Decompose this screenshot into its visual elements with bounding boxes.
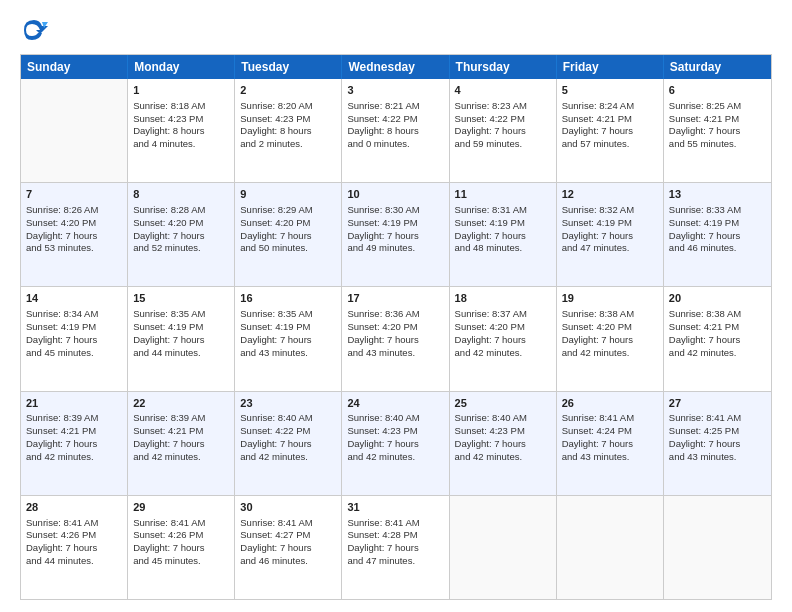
logo-icon (20, 16, 48, 44)
empty-cell-4-5 (557, 496, 664, 599)
day-number: 13 (669, 187, 766, 202)
day-info-line: Sunrise: 8:38 AM (669, 308, 766, 321)
week-row-2: 14Sunrise: 8:34 AMSunset: 4:19 PMDayligh… (21, 287, 771, 391)
day-info-line: Sunset: 4:21 PM (669, 321, 766, 334)
day-info-line: and 42 minutes. (133, 451, 229, 464)
day-number: 8 (133, 187, 229, 202)
day-info-line: Sunrise: 8:39 AM (133, 412, 229, 425)
day-info-line: and 4 minutes. (133, 138, 229, 151)
day-info-line: Daylight: 7 hours (26, 438, 122, 451)
day-number: 2 (240, 83, 336, 98)
day-info-line: Sunrise: 8:38 AM (562, 308, 658, 321)
day-info-line: Sunrise: 8:26 AM (26, 204, 122, 217)
day-info-line: Daylight: 7 hours (133, 230, 229, 243)
day-info-line: Sunset: 4:26 PM (26, 529, 122, 542)
day-info-line: and 44 minutes. (26, 555, 122, 568)
day-info-line: and 47 minutes. (347, 555, 443, 568)
day-info-line: Sunrise: 8:18 AM (133, 100, 229, 113)
day-cell-7: 7Sunrise: 8:26 AMSunset: 4:20 PMDaylight… (21, 183, 128, 286)
day-info-line: Sunrise: 8:35 AM (133, 308, 229, 321)
day-number: 22 (133, 396, 229, 411)
day-info-line: Daylight: 7 hours (26, 542, 122, 555)
day-cell-22: 22Sunrise: 8:39 AMSunset: 4:21 PMDayligh… (128, 392, 235, 495)
day-info-line: and 42 minutes. (26, 451, 122, 464)
day-cell-14: 14Sunrise: 8:34 AMSunset: 4:19 PMDayligh… (21, 287, 128, 390)
day-cell-9: 9Sunrise: 8:29 AMSunset: 4:20 PMDaylight… (235, 183, 342, 286)
day-number: 31 (347, 500, 443, 515)
day-info-line: and 43 minutes. (669, 451, 766, 464)
day-number: 3 (347, 83, 443, 98)
day-info-line: Sunrise: 8:41 AM (133, 517, 229, 530)
day-info-line: Daylight: 7 hours (240, 542, 336, 555)
week-row-3: 21Sunrise: 8:39 AMSunset: 4:21 PMDayligh… (21, 392, 771, 496)
day-cell-15: 15Sunrise: 8:35 AMSunset: 4:19 PMDayligh… (128, 287, 235, 390)
day-info-line: Sunrise: 8:40 AM (240, 412, 336, 425)
day-info-line: Sunset: 4:19 PM (669, 217, 766, 230)
day-number: 25 (455, 396, 551, 411)
day-info-line: and 53 minutes. (26, 242, 122, 255)
day-info-line: and 46 minutes. (669, 242, 766, 255)
day-info-line: Daylight: 7 hours (240, 230, 336, 243)
day-info-line: Sunset: 4:21 PM (26, 425, 122, 438)
day-cell-28: 28Sunrise: 8:41 AMSunset: 4:26 PMDayligh… (21, 496, 128, 599)
day-number: 5 (562, 83, 658, 98)
day-info-line: Daylight: 7 hours (347, 230, 443, 243)
day-number: 28 (26, 500, 122, 515)
day-cell-8: 8Sunrise: 8:28 AMSunset: 4:20 PMDaylight… (128, 183, 235, 286)
header-day-wednesday: Wednesday (342, 55, 449, 79)
day-cell-20: 20Sunrise: 8:38 AMSunset: 4:21 PMDayligh… (664, 287, 771, 390)
calendar-header: SundayMondayTuesdayWednesdayThursdayFrid… (21, 55, 771, 79)
day-info-line: and 57 minutes. (562, 138, 658, 151)
day-info-line: Daylight: 8 hours (133, 125, 229, 138)
day-cell-6: 6Sunrise: 8:25 AMSunset: 4:21 PMDaylight… (664, 79, 771, 182)
day-info-line: Sunset: 4:26 PM (133, 529, 229, 542)
day-cell-23: 23Sunrise: 8:40 AMSunset: 4:22 PMDayligh… (235, 392, 342, 495)
day-cell-4: 4Sunrise: 8:23 AMSunset: 4:22 PMDaylight… (450, 79, 557, 182)
day-info-line: and 42 minutes. (240, 451, 336, 464)
header-day-thursday: Thursday (450, 55, 557, 79)
day-info-line: Sunset: 4:20 PM (562, 321, 658, 334)
week-row-0: 1Sunrise: 8:18 AMSunset: 4:23 PMDaylight… (21, 79, 771, 183)
day-info-line: Daylight: 7 hours (562, 438, 658, 451)
day-number: 11 (455, 187, 551, 202)
day-info-line: and 47 minutes. (562, 242, 658, 255)
day-cell-24: 24Sunrise: 8:40 AMSunset: 4:23 PMDayligh… (342, 392, 449, 495)
day-info-line: Sunrise: 8:32 AM (562, 204, 658, 217)
day-number: 15 (133, 291, 229, 306)
day-info-line: Sunset: 4:22 PM (455, 113, 551, 126)
day-info-line: Sunrise: 8:33 AM (669, 204, 766, 217)
day-info-line: Sunrise: 8:20 AM (240, 100, 336, 113)
day-number: 24 (347, 396, 443, 411)
day-info-line: Daylight: 7 hours (669, 438, 766, 451)
day-number: 29 (133, 500, 229, 515)
day-info-line: Sunset: 4:19 PM (562, 217, 658, 230)
header-day-monday: Monday (128, 55, 235, 79)
day-info-line: Sunset: 4:22 PM (240, 425, 336, 438)
day-info-line: Sunset: 4:24 PM (562, 425, 658, 438)
day-cell-31: 31Sunrise: 8:41 AMSunset: 4:28 PMDayligh… (342, 496, 449, 599)
day-cell-26: 26Sunrise: 8:41 AMSunset: 4:24 PMDayligh… (557, 392, 664, 495)
day-number: 18 (455, 291, 551, 306)
day-info-line: Sunrise: 8:41 AM (26, 517, 122, 530)
day-number: 9 (240, 187, 336, 202)
day-info-line: Daylight: 7 hours (455, 125, 551, 138)
day-info-line: Sunset: 4:22 PM (347, 113, 443, 126)
day-info-line: Sunrise: 8:37 AM (455, 308, 551, 321)
day-info-line: Daylight: 7 hours (455, 438, 551, 451)
calendar: SundayMondayTuesdayWednesdayThursdayFrid… (20, 54, 772, 600)
day-info-line: Sunset: 4:23 PM (347, 425, 443, 438)
day-info-line: Sunset: 4:23 PM (240, 113, 336, 126)
day-info-line: Sunset: 4:27 PM (240, 529, 336, 542)
header-day-tuesday: Tuesday (235, 55, 342, 79)
day-info-line: Sunset: 4:21 PM (133, 425, 229, 438)
day-info-line: Daylight: 7 hours (562, 230, 658, 243)
day-info-line: and 43 minutes. (240, 347, 336, 360)
day-info-line: Sunrise: 8:21 AM (347, 100, 443, 113)
day-cell-18: 18Sunrise: 8:37 AMSunset: 4:20 PMDayligh… (450, 287, 557, 390)
day-number: 17 (347, 291, 443, 306)
day-info-line: and 50 minutes. (240, 242, 336, 255)
day-info-line: Daylight: 7 hours (133, 334, 229, 347)
day-info-line: and 59 minutes. (455, 138, 551, 151)
day-number: 23 (240, 396, 336, 411)
day-info-line: Sunrise: 8:24 AM (562, 100, 658, 113)
